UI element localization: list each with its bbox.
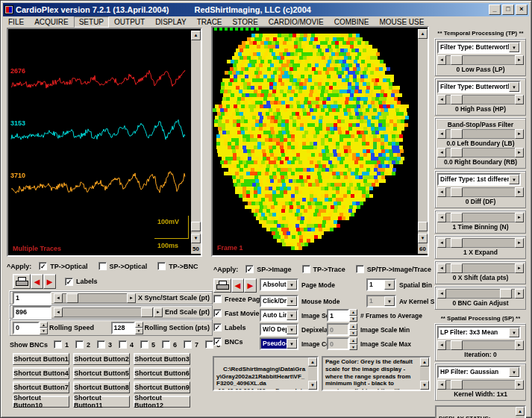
mouse-mode-dropdown[interactable]: Click/Draw to s▼ [260, 295, 298, 308]
dropdown-arrow-icon[interactable]: ▼ [509, 82, 519, 92]
bnc-8-checkbox[interactable] [205, 340, 213, 349]
scroll-right-icon[interactable]: ► [515, 238, 524, 248]
scroll-left-icon[interactable]: ◄ [437, 187, 446, 197]
scale-row-1-scrollbar-track[interactable] [63, 293, 127, 303]
prev-button[interactable]: ◄ [231, 278, 244, 293]
dropdown-arrow-icon[interactable]: ▼ [509, 328, 519, 337]
next-button[interactable]: ► [43, 274, 56, 289]
bnc-3-checkbox[interactable] [97, 340, 105, 349]
rolling-section-input[interactable] [111, 322, 135, 334]
dropdown-arrow-icon[interactable]: ▼ [287, 339, 297, 349]
scroll-up-icon[interactable]: ▲ [418, 29, 428, 39]
dropdown-arrow-icon[interactable]: ▼ [287, 296, 297, 306]
dropdown-arrow-icon[interactable]: ▼ [287, 311, 297, 320]
prev-button[interactable]: ◄ [31, 274, 43, 289]
apply-tp-optical-checkbox[interactable]: ✓ [39, 262, 47, 270]
menu-item-setup[interactable]: SETUP [74, 16, 109, 28]
minimize-button[interactable]: _ [489, 4, 501, 15]
image-scale-max-input[interactable] [327, 337, 349, 350]
trace-display[interactable]: 267631533710 Multiple Traces 100mV 100ms… [7, 28, 202, 257]
stepper[interactable]: ▲▼ [349, 337, 357, 350]
print-button[interactable] [13, 274, 31, 289]
scroll-down-icon[interactable]: ▼ [191, 234, 201, 243]
scroll-right-icon[interactable]: ► [515, 55, 524, 65]
-frames-to-average-input[interactable] [327, 309, 349, 322]
menu-item-display[interactable]: DISPLAY [150, 16, 192, 28]
scroll-right-icon[interactable]: ► [127, 293, 136, 303]
scroll-right-icon[interactable]: ► [515, 129, 524, 139]
scroll-left-icon[interactable]: ◄ [437, 340, 446, 350]
scroll-left-icon[interactable]: ◄ [437, 95, 446, 104]
freeze-page-checkbox[interactable] [213, 295, 222, 303]
bncs-checkbox[interactable]: ✓ [213, 337, 222, 346]
labels-checkbox[interactable]: ✓ [213, 323, 222, 331]
image-color-dropdown[interactable]: Pseudo-Color▼ [260, 337, 298, 350]
stepper[interactable]: ▲▼ [349, 309, 357, 322]
dropdown-arrow-icon[interactable]: ▼ [509, 367, 519, 377]
trace-vertical-scrollbar[interactable]: ▲ ▼ 50 [191, 31, 201, 254]
apply-sp-optical-checkbox[interactable] [98, 262, 107, 270]
slider[interactable]: ◄► [437, 148, 524, 157]
image-display[interactable]: Frame 1 ▲ ▼ 60 [211, 26, 429, 257]
spin-up-icon[interactable]: ▲ [349, 323, 357, 330]
fast-movie-checkbox[interactable]: ✓ [213, 309, 222, 317]
shortcut-button-10[interactable]: Shortcut Button10 [13, 396, 69, 408]
shortcut-button-12[interactable]: Shortcut Button12 [134, 396, 190, 408]
spatial-bin-dropdown[interactable]: 1▼ [366, 278, 396, 291]
scroll-right-icon[interactable]: ► [154, 308, 163, 317]
slider-thumb[interactable] [451, 55, 463, 65]
slider-thumb[interactable] [451, 187, 463, 197]
slider[interactable]: ◄► [437, 129, 524, 139]
scroll-right-icon[interactable]: ► [515, 380, 524, 390]
shortcut-button-4[interactable]: Shortcut Button4 [13, 367, 69, 379]
menu-item-acquire[interactable]: ACQUIRE [29, 16, 74, 28]
scale-row-2-scrollbar-thumb[interactable] [141, 308, 153, 317]
spin-down-icon[interactable]: ▼ [349, 316, 357, 322]
shortcut-button-11[interactable]: Shortcut Button11 [73, 396, 130, 408]
scale-row-2-scrollbar[interactable]: ◄► [54, 308, 163, 317]
dropdown-arrow-icon[interactable]: ▼ [287, 325, 297, 334]
image-vertical-scrollbar[interactable]: ▲ ▼ 60 [418, 29, 428, 254]
lp-filter-3x3-mean-dropdown[interactable]: LP Filter: 3x3 Mean▼ [437, 326, 521, 339]
slider-thumb[interactable] [451, 263, 463, 273]
page-mode-dropdown[interactable]: Absolute Fram▼ [260, 278, 298, 291]
shortcut-button-3[interactable]: Shortcut Button3 [134, 353, 190, 365]
shortcut-button-5[interactable]: Shortcut Button5 [73, 367, 130, 379]
print-button[interactable] [213, 278, 231, 293]
shortcut-button-7[interactable]: Shortcut Button7 [13, 381, 69, 393]
differ-type-1st-difference-dropdown[interactable]: Differ Type: 1st difference▼ [437, 173, 521, 186]
scroll-left-icon[interactable]: ◄ [437, 129, 446, 139]
spin-up-icon[interactable]: ▲ [349, 337, 357, 344]
av-kernel-size-dropdown[interactable]: 1▼ [366, 295, 396, 308]
scroll-left-icon[interactable]: ◄ [437, 380, 446, 390]
scroll-up-icon[interactable]: ▲ [191, 31, 201, 40]
depixelation-dropdown[interactable]: W/O Depixelat▼ [260, 323, 298, 336]
menu-item-output[interactable]: OUTPUT [109, 16, 150, 28]
scroll-left-icon[interactable]: ◄ [54, 308, 63, 317]
slider[interactable]: ◄► [437, 95, 524, 104]
scroll-right-icon[interactable]: ► [515, 263, 524, 273]
spin-down-icon[interactable]: ▼ [349, 344, 357, 351]
apply-sp-tp-image-trace-checkbox[interactable] [356, 265, 364, 273]
rolling-section-stepper[interactable]: ▲▼ [135, 322, 143, 334]
scroll-right-icon[interactable]: ► [515, 340, 524, 350]
slider-track[interactable] [446, 55, 515, 65]
page-color-help-box[interactable]: Page Color: Grey is the default scale fo… [322, 356, 431, 391]
shortcut-button-1[interactable]: Shortcut Button1 [13, 353, 69, 365]
scroll-thumb[interactable] [191, 222, 201, 231]
slider-track[interactable] [446, 148, 515, 157]
slider-thumb[interactable] [451, 238, 463, 248]
bnc-4-checkbox[interactable] [119, 340, 127, 349]
slider-thumb[interactable] [451, 148, 463, 157]
spin-down-icon[interactable]: ▼ [349, 330, 357, 337]
slider[interactable]: ◄► [437, 55, 524, 65]
stepper[interactable]: ▲▼ [349, 323, 357, 336]
bnc-5-checkbox[interactable] [140, 340, 148, 349]
bnc-1-checkbox[interactable] [54, 340, 62, 349]
slider[interactable]: ◄► [437, 263, 524, 273]
scroll-down-icon[interactable]: ▼ [418, 234, 428, 243]
dropdown-arrow-icon[interactable]: ▼ [509, 43, 519, 52]
dropdown-arrow-icon[interactable]: ▼ [287, 280, 297, 290]
scroll-left-icon[interactable]: ◄ [437, 289, 446, 299]
slider[interactable]: ◄► [437, 340, 524, 350]
